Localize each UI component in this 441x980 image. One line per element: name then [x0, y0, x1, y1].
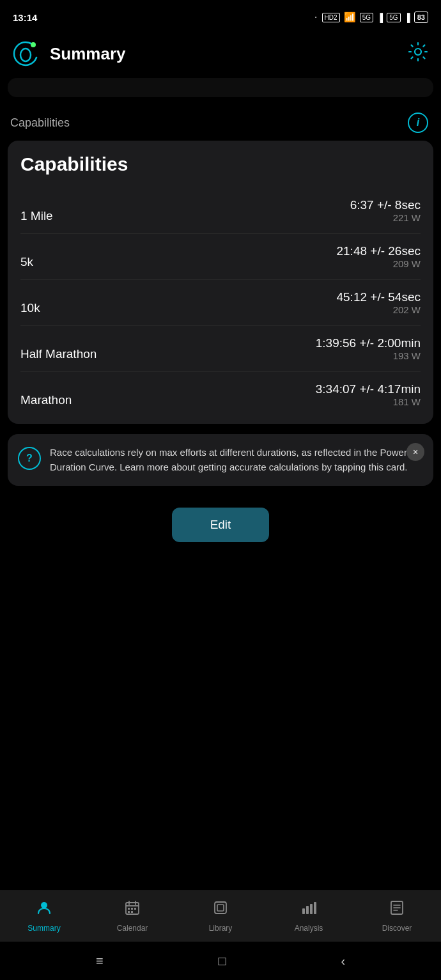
close-icon: ×: [413, 447, 418, 457]
svg-rect-13: [131, 911, 133, 913]
header-left: Summary: [10, 38, 126, 69]
race-watts-10k: 202 W: [336, 304, 421, 315]
scroll-area: Capabilities i Capabilities 1 Mile 6:37 …: [0, 78, 441, 574]
race-time-marathon: 3:34:07 +/- 4:17min: [316, 382, 421, 396]
svg-point-1: [20, 49, 31, 61]
nav-label-analysis: Analysis: [295, 924, 323, 933]
capabilities-section-header: Capabilities i: [0, 107, 441, 141]
race-values-1mile: 6:37 +/- 8sec 221 W: [350, 198, 421, 223]
race-time-half-marathon: 1:39:56 +/- 2:00min: [316, 336, 421, 350]
svg-point-4: [41, 902, 47, 908]
race-values-5k: 21:48 +/- 26sec 209 W: [336, 244, 421, 269]
status-icons: ⬞ HD2 📶 5G ▐ 5G ▐ 83: [313, 12, 428, 23]
system-menu-button[interactable]: ≡: [96, 954, 104, 968]
race-row-5k[interactable]: 5k 21:48 +/- 26sec 209 W: [20, 234, 421, 280]
capabilities-section-title: Capabilities: [10, 116, 70, 130]
info-card-close-button[interactable]: ×: [406, 443, 424, 461]
edit-button[interactable]: Edit: [172, 508, 270, 542]
battery-icon: 83: [414, 12, 428, 23]
capabilities-card-title: Capabilities: [20, 153, 421, 175]
app-logo: [10, 38, 41, 69]
discover-icon: [389, 899, 405, 921]
svg-rect-10: [131, 908, 133, 910]
nav-label-calendar: Calendar: [117, 924, 148, 933]
settings-icon[interactable]: [408, 42, 428, 66]
svg-rect-9: [128, 908, 130, 910]
wifi-icon: 📶: [344, 12, 356, 23]
nav-item-analysis[interactable]: Analysis: [265, 899, 353, 933]
page-title: Summary: [50, 44, 126, 64]
race-values-marathon: 3:34:07 +/- 4:17min 181 W: [316, 382, 421, 407]
race-time-1mile: 6:37 +/- 8sec: [350, 198, 421, 212]
svg-rect-18: [310, 904, 313, 914]
race-name-10k: 10k: [20, 301, 40, 315]
race-values-10k: 45:12 +/- 54sec 202 W: [336, 290, 421, 315]
nav-item-calendar[interactable]: Calendar: [88, 899, 176, 933]
race-row-10k[interactable]: 10k 45:12 +/- 54sec 202 W: [20, 280, 421, 326]
capabilities-card: Capabilities 1 Mile 6:37 +/- 8sec 221 W …: [8, 141, 433, 424]
info-card-text: Race calculations rely on max efforts at…: [50, 446, 423, 474]
analysis-icon: [300, 899, 317, 921]
nav-label-library: Library: [209, 924, 233, 933]
nav-item-discover[interactable]: Discover: [353, 899, 441, 933]
nav-label-discover: Discover: [382, 924, 412, 933]
race-watts-marathon: 181 W: [316, 396, 421, 407]
edit-button-container: Edit: [0, 501, 441, 561]
race-time-10k: 45:12 +/- 54sec: [336, 290, 421, 304]
bottom-nav: Summary Calendar Library: [0, 891, 441, 942]
race-name-1mile: 1 Mile: [20, 209, 53, 223]
race-watts-half-marathon: 193 W: [316, 350, 421, 361]
bluetooth-icon: ⬞: [313, 12, 318, 22]
svg-rect-12: [128, 911, 130, 913]
nav-label-summary: Summary: [27, 924, 60, 933]
race-watts-5k: 209 W: [336, 258, 421, 269]
system-home-button[interactable]: □: [218, 954, 226, 968]
race-name-half-marathon: Half Marathon: [20, 347, 97, 361]
svg-rect-16: [302, 908, 305, 914]
race-values-half-marathon: 1:39:56 +/- 2:00min 193 W: [316, 336, 421, 361]
race-row-1mile[interactable]: 1 Mile 6:37 +/- 8sec 221 W: [20, 188, 421, 234]
system-back-button[interactable]: ‹: [341, 954, 345, 968]
info-card-question-icon: ?: [18, 447, 41, 470]
nav-item-library[interactable]: Library: [176, 899, 265, 933]
race-row-marathon[interactable]: Marathon 3:34:07 +/- 4:17min 181 W: [20, 372, 421, 417]
race-name-marathon: Marathon: [20, 393, 72, 407]
signal-bars-1-icon: ▐: [377, 13, 383, 22]
top-partial-card: [8, 78, 433, 97]
capabilities-info-icon[interactable]: i: [408, 113, 428, 133]
library-icon: [212, 899, 229, 921]
svg-rect-11: [134, 908, 136, 910]
nav-item-summary[interactable]: Summary: [0, 899, 88, 933]
svg-rect-15: [217, 905, 224, 911]
race-watts-1mile: 221 W: [350, 212, 421, 223]
summary-icon: [36, 899, 52, 921]
svg-point-3: [415, 49, 421, 55]
system-nav: ≡ □ ‹: [0, 942, 441, 980]
svg-rect-17: [306, 906, 309, 914]
calendar-icon: [124, 899, 141, 921]
race-row-half-marathon[interactable]: Half Marathon 1:39:56 +/- 2:00min 193 W: [20, 326, 421, 372]
race-name-5k: 5k: [20, 255, 33, 269]
svg-rect-14: [215, 902, 226, 914]
signal-5g-2-icon: 5G: [387, 13, 400, 22]
app-header: Summary: [0, 32, 441, 78]
status-time: 13:14: [13, 12, 37, 23]
svg-point-2: [31, 42, 36, 47]
svg-rect-19: [314, 902, 316, 914]
signal-bars-2-icon: ▐: [405, 13, 410, 22]
race-time-5k: 21:48 +/- 26sec: [336, 244, 421, 258]
status-bar: 13:14 ⬞ HD2 📶 5G ▐ 5G ▐ 83: [0, 0, 441, 32]
info-card[interactable]: ? Race calculations rely on max efforts …: [8, 434, 433, 486]
hd2-icon: HD2: [322, 13, 340, 22]
signal-5g-icon: 5G: [360, 13, 373, 22]
